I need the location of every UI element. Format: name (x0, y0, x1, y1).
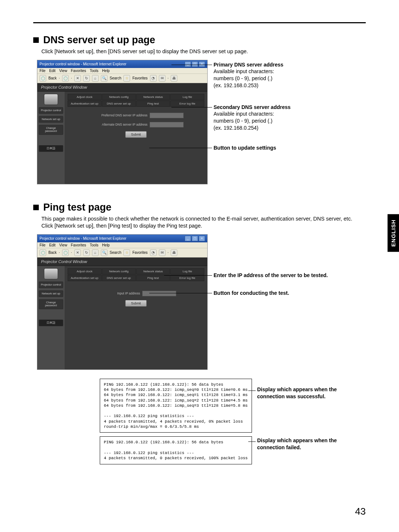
nav-change-password[interactable]: Change password (39, 125, 63, 135)
menu-edit[interactable]: Edit (49, 243, 55, 247)
print-icon[interactable]: 🖶 (171, 75, 177, 82)
minimize-icon[interactable]: _ (185, 61, 191, 67)
refresh-icon[interactable]: ↻ (83, 249, 90, 256)
menu-tools[interactable]: Tools (90, 69, 98, 73)
app-body: Projector control Network set up Change … (37, 266, 207, 369)
projector-logo-icon (44, 268, 58, 279)
language-side-tab: ENGLISH (388, 214, 399, 252)
ping-figure-row: Projector control window - Microsoft Int… (37, 234, 366, 370)
nav-projector-control[interactable]: Projector control (39, 107, 63, 114)
back-icon[interactable]: ◯ (40, 75, 46, 82)
square-bullet-icon (33, 205, 39, 210)
refresh-icon[interactable]: ↻ (83, 75, 90, 82)
maximize-icon[interactable]: □ (192, 61, 198, 67)
menu-tools[interactable]: Tools (90, 243, 98, 247)
callout-fail-head: Display which appears when the connectio… (257, 437, 349, 451)
section1-title-text: DNS server set up page (43, 34, 155, 46)
nav-network-setup[interactable]: Network set up (39, 290, 63, 297)
callout-secondary-dns: Secondary DNS server address Available i… (214, 104, 291, 132)
window-title: Projector control window - Microsoft Int… (40, 62, 126, 66)
close-icon[interactable]: × (199, 61, 205, 67)
tab-ping-test[interactable]: Ping test (136, 100, 170, 107)
print-icon[interactable]: 🖶 (171, 249, 177, 256)
nav-japanese[interactable]: 日本語 (39, 320, 63, 326)
dns-alternate-input[interactable] (150, 122, 184, 127)
callout-secondary-head: Secondary DNS server address (214, 104, 291, 111)
callout-ip-head: Enter the IP address of the server to be… (214, 272, 328, 279)
menu-edit[interactable]: Edit (49, 69, 55, 73)
nav-projector-control[interactable]: Projector control (39, 282, 63, 288)
tab-adjust-clock[interactable]: Adjust clock (68, 268, 102, 274)
favorites-icon[interactable]: ☆ (123, 249, 130, 256)
menu-file[interactable]: File (40, 69, 45, 73)
tab-network-config[interactable]: Network config (102, 268, 136, 274)
nav-change-password[interactable]: Change password (39, 299, 63, 309)
tab-row-1: Adjust clock Network config Network stat… (68, 94, 204, 100)
close-icon[interactable]: × (199, 236, 205, 241)
home-icon[interactable]: ⌂ (92, 75, 99, 82)
favorites-icon[interactable]: ☆ (123, 75, 130, 82)
projector-logo-icon (44, 94, 58, 105)
leader-line (171, 107, 212, 108)
tab-error-log[interactable]: Error log file (170, 275, 204, 281)
home-icon[interactable]: ⌂ (92, 249, 99, 256)
window-buttons: _ □ × (185, 61, 205, 67)
tab-dns-setup[interactable]: DNS server set up (102, 100, 136, 107)
ping-submit-button[interactable]: Submit (125, 300, 147, 307)
menu-favorites[interactable]: Favorites (71, 69, 86, 73)
tab-log-file[interactable]: Log file (170, 94, 204, 100)
forward-icon[interactable]: ◯ (62, 249, 69, 256)
top-rule (33, 22, 366, 23)
search-icon[interactable]: 🔍 (101, 75, 108, 82)
tab-adjust-clock[interactable]: Adjust clock (68, 94, 102, 100)
maximize-icon[interactable]: □ (192, 236, 198, 241)
tab-error-log[interactable]: Error log file (170, 100, 204, 107)
dns-submit-button[interactable]: Submit (125, 131, 147, 138)
tab-log-file[interactable]: Log file (170, 268, 204, 274)
callout-primary-dns: Primary DNS server address Available inp… (214, 61, 283, 89)
minimize-icon[interactable]: _ (185, 236, 191, 241)
section2-caption-line1: This page makes it possible to check whe… (41, 216, 352, 222)
ping-ip-label: Input IP address (96, 291, 140, 295)
back-icon[interactable]: ◯ (40, 249, 46, 256)
callout-test-btn-head: Button for conducting the test. (214, 290, 289, 297)
stop-icon[interactable]: ✕ (74, 75, 81, 82)
menu-help[interactable]: Help (102, 69, 110, 73)
tab-network-status[interactable]: Network status (136, 94, 170, 100)
mail-icon[interactable]: ✉ (159, 75, 166, 82)
tab-auth-setup[interactable]: Authentication set up (68, 100, 102, 107)
ping-result-callouts: Display which appears when the connectio… (256, 379, 366, 464)
ping-ip-input[interactable] (142, 291, 176, 296)
tab-auth-setup[interactable]: Authentication set up (68, 275, 102, 281)
separator: · (71, 76, 72, 80)
section2-caption: This page makes it possible to check whe… (41, 215, 366, 230)
menu-file[interactable]: File (40, 243, 45, 247)
history-icon[interactable]: ◔ (150, 75, 157, 82)
search-icon[interactable]: 🔍 (101, 249, 108, 256)
tab-network-config[interactable]: Network config (102, 94, 136, 100)
back-label: Back (48, 250, 57, 255)
callout-update-button: Button to update settings (214, 144, 276, 151)
leader-line (171, 65, 212, 65)
section2-title: Ping test page (33, 202, 366, 213)
nav-japanese[interactable]: 日本語 (39, 145, 63, 152)
menu-favorites[interactable]: Favorites (71, 243, 86, 247)
nav-network-setup[interactable]: Network set up (39, 116, 63, 123)
separator: · (59, 76, 60, 80)
stop-icon[interactable]: ✕ (74, 249, 81, 256)
forward-icon[interactable]: ◯ (62, 75, 69, 82)
tab-ping-test[interactable]: Ping test (136, 275, 170, 281)
menu-view[interactable]: View (59, 69, 67, 73)
search-label: Search (110, 76, 122, 80)
history-icon[interactable]: ◔ (150, 249, 157, 256)
search-label: Search (110, 250, 122, 255)
page-number: 43 (355, 506, 366, 517)
dns-preferred-input[interactable] (150, 113, 184, 118)
menu-help[interactable]: Help (102, 243, 110, 247)
tab-network-status[interactable]: Network status (136, 268, 170, 274)
mail-icon[interactable]: ✉ (159, 249, 166, 256)
callout-primary-l2: numbers (0 - 9), period (.) (214, 75, 283, 82)
section2-title-text: Ping test page (43, 202, 112, 213)
tab-dns-setup[interactable]: DNS server set up (102, 275, 136, 281)
menu-view[interactable]: View (59, 243, 67, 247)
